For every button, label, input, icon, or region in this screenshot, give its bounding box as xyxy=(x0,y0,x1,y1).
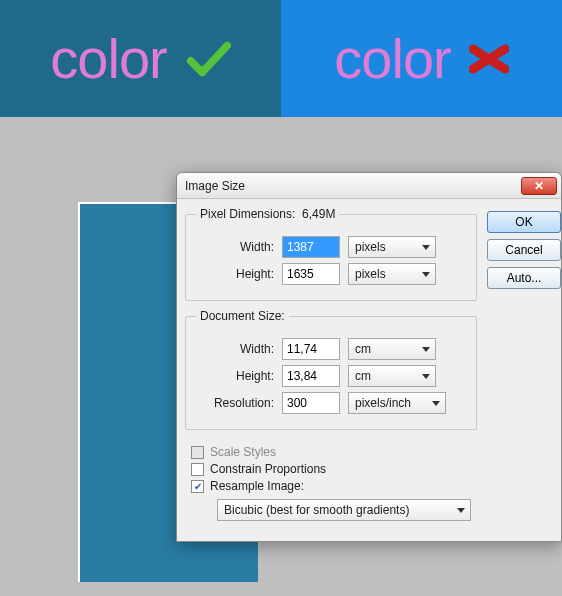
chevron-down-icon xyxy=(457,508,465,513)
close-icon: ✕ xyxy=(534,179,544,193)
chevron-down-icon xyxy=(422,245,430,250)
doc-height-input[interactable] xyxy=(282,365,340,387)
close-button[interactable]: ✕ xyxy=(521,177,557,195)
image-size-dialog: Image Size ✕ Pixel Dimensions: 6,49M Wid… xyxy=(176,172,562,542)
constrain-label: Constrain Proportions xyxy=(210,462,326,476)
px-height-label: Height: xyxy=(196,267,274,281)
resample-method-select[interactable]: Bicubic (best for smooth gradients) xyxy=(217,499,471,521)
resolution-label: Resolution: xyxy=(196,396,274,410)
constrain-check[interactable]: Constrain Proportions xyxy=(191,462,471,476)
dialog-titlebar[interactable]: Image Size ✕ xyxy=(177,173,561,199)
px-width-input[interactable] xyxy=(282,236,340,258)
dialog-title: Image Size xyxy=(185,179,245,193)
swatch-good: color xyxy=(0,0,281,117)
swatch-good-text: color xyxy=(50,26,166,91)
doc-height-unit-select[interactable]: cm xyxy=(348,365,436,387)
resolution-unit: pixels/inch xyxy=(355,396,411,410)
px-width-unit-select[interactable]: pixels xyxy=(348,236,436,258)
chevron-down-icon xyxy=(422,272,430,277)
resample-method: Bicubic (best for smooth gradients) xyxy=(224,503,409,517)
chevron-down-icon xyxy=(422,374,430,379)
resample-label: Resample Image: xyxy=(210,479,304,493)
resample-check[interactable]: ✔ Resample Image: xyxy=(191,479,471,493)
checkbox-icon xyxy=(191,463,204,476)
swatch-bad-text: color xyxy=(334,26,450,91)
document-size-legend: Document Size: xyxy=(196,309,289,323)
cancel-button[interactable]: Cancel xyxy=(487,239,561,261)
pixel-dimensions-legend: Pixel Dimensions: xyxy=(200,207,295,221)
cross-icon xyxy=(469,39,509,79)
doc-width-unit-select[interactable]: cm xyxy=(348,338,436,360)
color-header: color color xyxy=(0,0,562,117)
chevron-down-icon xyxy=(432,401,440,406)
check-icon xyxy=(185,36,231,82)
resolution-input[interactable] xyxy=(282,392,340,414)
pixel-dimensions-size: 6,49M xyxy=(302,207,335,221)
scale-styles-check: Scale Styles xyxy=(191,445,471,459)
scale-styles-label: Scale Styles xyxy=(210,445,276,459)
doc-height-label: Height: xyxy=(196,369,274,383)
auto-button[interactable]: Auto... xyxy=(487,267,561,289)
doc-width-input[interactable] xyxy=(282,338,340,360)
document-size-group: Document Size: Width: cm Height: cm xyxy=(185,309,477,430)
doc-height-unit: cm xyxy=(355,369,371,383)
chevron-down-icon xyxy=(422,347,430,352)
ok-button[interactable]: OK xyxy=(487,211,561,233)
pixel-dimensions-group: Pixel Dimensions: 6,49M Width: pixels He… xyxy=(185,207,477,301)
px-width-unit: pixels xyxy=(355,240,386,254)
px-width-label: Width: xyxy=(196,240,274,254)
checkbox-checked-icon: ✔ xyxy=(191,480,204,493)
px-height-input[interactable] xyxy=(282,263,340,285)
resolution-unit-select[interactable]: pixels/inch xyxy=(348,392,446,414)
checkbox-icon xyxy=(191,446,204,459)
px-height-unit: pixels xyxy=(355,267,386,281)
swatch-bad: color xyxy=(281,0,562,117)
doc-width-label: Width: xyxy=(196,342,274,356)
px-height-unit-select[interactable]: pixels xyxy=(348,263,436,285)
doc-width-unit: cm xyxy=(355,342,371,356)
